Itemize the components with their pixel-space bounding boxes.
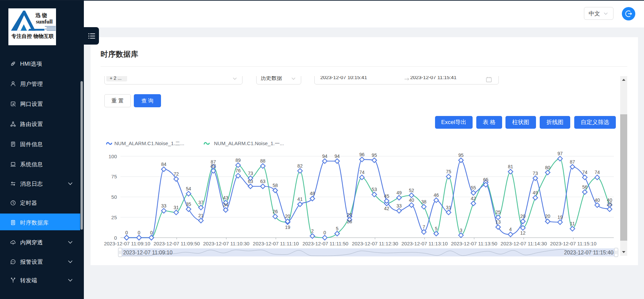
svg-text:迅饶: 迅饶 (35, 12, 49, 18)
svg-text:sunfull: sunfull (36, 18, 53, 25)
svg-text:专注自控 物物互联: 专注自控 物物互联 (11, 33, 54, 39)
